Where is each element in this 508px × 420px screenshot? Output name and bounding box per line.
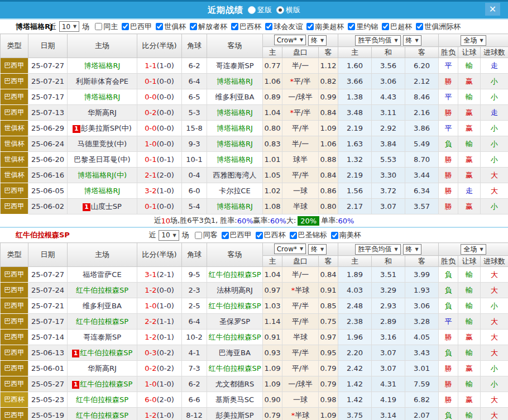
table-row: 巴西甲25-05-271红牛伯拉根森SP1-0(1-0)6-2尤文都德RS1.0… xyxy=(1,376,508,392)
away-odds-cell: 0.97 xyxy=(319,330,338,345)
team-name-text[interactable]: 博塔福格RJ xyxy=(84,61,121,70)
away-team-cell: 巴海亚BA xyxy=(207,345,263,361)
team-name-text[interactable]: 博塔福格RJ xyxy=(217,140,253,148)
near-count-select[interactable]: 10▼ xyxy=(159,230,179,241)
score-cell: 1-1(1-0) xyxy=(137,58,182,74)
fulltime-score: 1-1 xyxy=(145,61,156,70)
team-name-text[interactable]: 红牛伯拉根森SP xyxy=(76,395,128,404)
team-name-text[interactable]: 利斯菲体育会PE xyxy=(76,77,128,85)
fulltime-score: 0-1 xyxy=(145,77,156,85)
team-name-text[interactable]: 红牛伯拉根森SP xyxy=(208,364,261,373)
corner-cell: 6-6 xyxy=(182,392,207,408)
home-team-cell: 华斯高RJ xyxy=(68,361,137,376)
same-venue-checkbox[interactable] xyxy=(95,23,102,30)
team-name-text[interactable]: 基斯奥马SC xyxy=(215,395,254,404)
handicap-cell: *平/半 xyxy=(282,74,319,89)
league-checkbox[interactable] xyxy=(290,232,297,239)
team-name-text[interactable]: 卡尔拉CE xyxy=(219,187,250,195)
score-cell: 3-2(1-0) xyxy=(137,183,182,199)
team-name-text[interactable]: 红牛伯拉根森SP xyxy=(76,286,128,294)
select-value: 10 xyxy=(62,23,70,31)
date-cell: 25-07-17 xyxy=(28,314,68,330)
final-mean-select[interactable]: 终▼ xyxy=(403,244,421,255)
final-mean-select[interactable]: 终▼ xyxy=(403,35,421,46)
mean-odds-select[interactable]: 胜平负均值▼ xyxy=(355,35,400,46)
type-cell: 巴西甲 xyxy=(1,267,28,283)
same-venue-checkbox[interactable] xyxy=(195,232,202,239)
team-name-text[interactable]: 哥连泰斯SP xyxy=(83,333,121,341)
chevron-down-icon: ▼ xyxy=(320,38,324,43)
team-name-text[interactable]: 尤文都德RS xyxy=(215,380,254,388)
result-goals-cell: 大 xyxy=(481,408,508,420)
type-cell: 巴西甲 xyxy=(1,74,28,89)
team-name-text[interactable]: 红牛伯拉根森SP xyxy=(76,411,128,419)
team-name-text[interactable]: 红牛伯拉根森SP xyxy=(76,317,128,326)
close-button[interactable]: ✕ xyxy=(485,3,500,16)
team-name-text[interactable]: 法林明高RJ xyxy=(217,286,253,294)
team-name-text[interactable]: 博塔福格RJ xyxy=(217,202,253,211)
league-checkbox[interactable] xyxy=(382,23,389,30)
team-name-text[interactable]: 博塔福格RJ(中) xyxy=(78,171,127,179)
team-name-text[interactable]: 彭美拉斯SP xyxy=(215,411,253,419)
team-name-text[interactable]: 西雅图海湾人 xyxy=(213,171,257,179)
league-checkbox[interactable] xyxy=(416,23,423,30)
league-checkbox[interactable] xyxy=(156,23,163,30)
near-count-select[interactable]: 10▼ xyxy=(59,21,79,32)
team-name-text[interactable]: 红牛伯拉根森SP xyxy=(208,270,261,279)
team-name-text[interactable]: 巴海亚BA xyxy=(219,349,251,357)
team-name-text[interactable]: 博塔福格RJ xyxy=(84,93,121,101)
league-checkbox[interactable] xyxy=(306,23,314,30)
league-checkbox[interactable] xyxy=(331,232,338,239)
team-name-text[interactable]: 维多利亚BA xyxy=(83,302,122,310)
sub-header: 主 xyxy=(338,256,372,267)
team-name-text[interactable]: 华斯高RJ xyxy=(88,108,117,117)
mean-odds-select[interactable]: 胜平负均值▼ xyxy=(355,244,400,255)
horizontal-layout-radio[interactable] xyxy=(276,6,284,14)
handicap-cell: 一/球半 xyxy=(282,89,319,105)
result-goals-cell: 大 xyxy=(481,267,508,283)
final-odds-select[interactable]: 终▼ xyxy=(308,35,327,46)
league-checkbox[interactable] xyxy=(265,23,272,30)
scope-select[interactable]: 全场▼ xyxy=(461,244,486,255)
league-checkbox[interactable] xyxy=(222,232,229,239)
league-checkbox[interactable] xyxy=(348,23,355,30)
bookmaker-select[interactable]: Crow*▼ xyxy=(274,35,306,45)
team-name-text[interactable]: 华斯高RJ xyxy=(88,364,117,373)
chevron-down-icon: ▼ xyxy=(480,38,483,43)
team-name-text[interactable]: 红牛伯拉根森SP xyxy=(208,302,261,310)
mean-home-cell: 1.63 xyxy=(338,136,372,152)
halftime-score: (1-1) xyxy=(156,317,174,326)
team-name-text[interactable]: 博塔福格RJ xyxy=(217,77,253,85)
scope-select[interactable]: 全场▼ xyxy=(461,35,486,46)
result-handicap-cell: 輸 xyxy=(458,136,481,152)
team-name-text[interactable]: 圣保罗SP xyxy=(219,317,250,326)
away-odds-cell: 0.95 xyxy=(319,345,338,361)
team-name-text[interactable]: 巴黎圣日耳曼(中) xyxy=(74,155,130,164)
corner-cell: 7-3 xyxy=(182,361,207,376)
team-name-text[interactable]: 红牛伯拉根森SP xyxy=(80,380,132,388)
team-name-text[interactable]: 博塔福格RJ xyxy=(217,124,253,132)
team-name-text[interactable]: 博塔福格RJ xyxy=(217,108,253,117)
team-name-text[interactable]: 博塔福格RJ xyxy=(217,155,253,164)
league-checkbox[interactable] xyxy=(190,23,197,30)
team-name-text[interactable]: 红牛伯拉根森SP xyxy=(80,349,132,357)
final-odds-select[interactable]: 终▼ xyxy=(308,244,327,255)
team-name-text[interactable]: 哥连泰斯SP xyxy=(215,61,253,70)
select-value: 终 xyxy=(311,36,318,45)
league-checkbox[interactable] xyxy=(122,23,129,30)
team-name-text[interactable]: 马德里竞技(中) xyxy=(78,140,127,148)
summary-count: 10 xyxy=(161,217,171,225)
team-name-text[interactable]: 维多利亚BA xyxy=(215,93,255,101)
vertical-layout-radio[interactable] xyxy=(248,6,256,14)
team-name-text[interactable]: 彭美拉斯SP(中) xyxy=(81,124,132,132)
team-name-text[interactable]: 山度士SP xyxy=(91,202,122,211)
table-row: 巴西甲25-07-14哥连泰斯SP1-2(0-1)10-2红牛伯拉根森SP0.9… xyxy=(1,330,508,345)
league-checkbox[interactable] xyxy=(231,23,238,30)
bookmaker-select[interactable]: Crow*▼ xyxy=(274,244,306,254)
team-name-text[interactable]: 福塔雷萨CE xyxy=(83,270,121,279)
home-team-cell: 博塔福格RJ(中) xyxy=(68,168,137,183)
team-name-text[interactable]: 博塔福格RJ xyxy=(84,187,121,195)
mean-away-cell: 3.99 xyxy=(405,267,439,283)
team-name-text[interactable]: 红牛伯拉根森SP xyxy=(208,333,261,341)
league-checkbox[interactable] xyxy=(256,232,263,239)
